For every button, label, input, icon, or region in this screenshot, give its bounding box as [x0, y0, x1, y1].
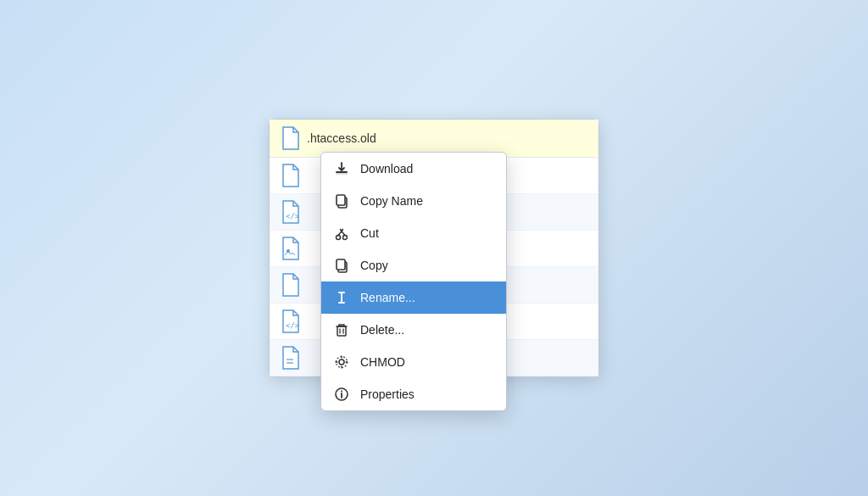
selected-file-name: .htaccess.old [307, 131, 376, 145]
menu-label-chmod: CHMOD [360, 355, 405, 369]
download-icon [333, 160, 350, 177]
svg-point-16 [341, 391, 342, 393]
svg-rect-12 [337, 326, 346, 336]
svg-rect-7 [337, 195, 345, 205]
file-icon-image [280, 237, 300, 260]
menu-item-cut[interactable]: Cut [321, 217, 506, 249]
menu-item-copy[interactable]: Copy [321, 249, 506, 281]
menu-item-rename[interactable]: Rename... [321, 281, 506, 314]
svg-text:</>: </> [286, 321, 300, 330]
rename-icon [333, 289, 350, 306]
menu-item-copy-name[interactable]: Copy Name [321, 185, 506, 217]
properties-icon [333, 386, 350, 403]
menu-label-delete: Delete... [360, 323, 404, 337]
menu-item-download[interactable]: Download [321, 153, 506, 185]
menu-label-copy-name: Copy Name [360, 194, 423, 208]
file-icon-code: </> [280, 200, 300, 224]
svg-text:</>: </> [286, 212, 300, 220]
menu-item-delete[interactable]: Delete... [321, 314, 506, 346]
delete-icon [333, 321, 350, 338]
file-manager: .htaccess.old </> </> [269, 119, 599, 377]
menu-item-chmod[interactable]: CHMOD [321, 346, 506, 378]
svg-rect-5 [336, 172, 348, 175]
menu-label-download: Download [360, 162, 413, 176]
menu-item-properties[interactable]: Properties [321, 378, 506, 410]
menu-label-properties: Properties [360, 387, 415, 401]
svg-rect-11 [337, 259, 345, 270]
file-icon-text [280, 346, 300, 370]
copy-icon [333, 257, 350, 274]
selected-file-icon [280, 126, 300, 150]
menu-label-cut: Cut [360, 226, 379, 240]
svg-point-13 [339, 359, 344, 365]
file-icon-doc2 [280, 273, 300, 297]
copy-name-icon [333, 192, 350, 209]
menu-label-copy: Copy [360, 259, 388, 272]
file-icon-doc [280, 164, 300, 187]
context-menu: Download Copy Name Cut [320, 152, 507, 411]
file-icon-code2: </> [280, 309, 300, 333]
menu-label-rename: Rename... [360, 291, 415, 304]
cut-icon [333, 225, 350, 242]
chmod-icon [333, 354, 350, 371]
